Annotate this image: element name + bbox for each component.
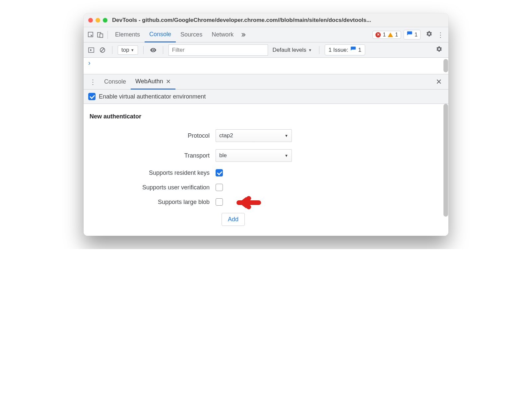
large-blob-label: Supports large blob <box>90 199 216 206</box>
sidebar-toggle-icon[interactable] <box>87 46 96 54</box>
context-label: top <box>121 47 129 53</box>
separator <box>163 46 163 54</box>
user-verification-row: Supports user verification <box>90 184 442 191</box>
drawer-close-icon[interactable]: ✕ <box>432 78 446 86</box>
context-selector[interactable]: top ▼ <box>118 45 138 55</box>
tab-console[interactable]: Console <box>145 28 176 42</box>
transport-row: Transport ble ▼ <box>90 149 442 162</box>
error-count: 1 <box>383 32 386 38</box>
protocol-value: ctap2 <box>219 132 233 139</box>
scrollbar-thumb[interactable] <box>443 104 448 217</box>
tab-network[interactable]: Network <box>207 27 238 42</box>
separator <box>143 46 144 54</box>
drawer-menu-icon[interactable]: ⋮ <box>86 78 100 86</box>
protocol-row: Protocol ctap2 ▼ <box>90 129 442 142</box>
separator <box>107 31 108 39</box>
caret-down-icon: ▼ <box>285 154 288 158</box>
issues-count: 1 <box>415 32 418 38</box>
drawer-tab-console[interactable]: Console <box>100 74 131 89</box>
close-window-button[interactable] <box>88 18 93 23</box>
issues-pill[interactable]: 1 Issue: 1 <box>325 44 365 55</box>
enable-virtual-auth-checkbox[interactable] <box>88 93 96 100</box>
large-blob-row: Supports large blob <box>90 198 442 206</box>
prompt-icon: › <box>88 59 91 67</box>
error-icon: ✕ <box>375 32 381 37</box>
console-toolbar: top ▼ Default levels ▼ 1 Issue: 1 <box>84 42 448 58</box>
levels-label: Default levels <box>273 47 306 53</box>
devtools-window: DevTools - github.com/GoogleChrome/devel… <box>84 13 448 236</box>
caret-down-icon: ▼ <box>285 134 288 138</box>
minimize-window-button[interactable] <box>96 18 100 23</box>
traffic-lights <box>88 18 107 23</box>
warning-icon <box>388 33 393 37</box>
resident-keys-row: Supports resident keys <box>90 169 442 176</box>
log-levels-selector[interactable]: Default levels ▼ <box>271 47 314 53</box>
main-tabstrip: Elements Console Sources Network ✕ 1 1 1… <box>84 27 448 42</box>
device-toggle-icon[interactable] <box>96 30 105 39</box>
tab-sources[interactable]: Sources <box>176 27 207 42</box>
more-menu-icon[interactable]: ⋮ <box>435 31 446 39</box>
issue-text: 1 Issue: <box>328 47 348 53</box>
console-settings-icon[interactable] <box>433 46 445 54</box>
transport-label: Transport <box>90 152 216 159</box>
svg-line-5 <box>101 48 104 52</box>
user-verification-label: Supports user verification <box>90 184 216 191</box>
drawer-tab-label: WebAuthn <box>135 78 163 85</box>
issue-count: 1 <box>358 47 361 53</box>
svg-rect-2 <box>100 34 103 37</box>
live-expression-icon[interactable] <box>149 46 158 54</box>
titlebar: DevTools - github.com/GoogleChrome/devel… <box>84 13 448 27</box>
more-tabs-chevron[interactable] <box>238 32 249 38</box>
webauthn-panel: New authenticator Protocol ctap2 ▼ Trans… <box>84 104 448 236</box>
error-warning-counter[interactable]: ✕ 1 1 <box>372 31 401 39</box>
zoom-window-button[interactable] <box>103 18 107 23</box>
protocol-select[interactable]: ctap2 ▼ <box>216 129 292 142</box>
clear-console-icon[interactable] <box>98 46 107 54</box>
resident-keys-checkbox[interactable] <box>216 169 223 176</box>
warning-count: 1 <box>395 32 398 38</box>
annotation-arrow-icon <box>235 194 262 212</box>
drawer-tabstrip: ⋮ Console WebAuthn ✕ ✕ <box>84 74 448 90</box>
enable-bar: Enable virtual authenticator environment <box>84 90 448 104</box>
protocol-label: Protocol <box>90 132 216 139</box>
transport-select[interactable]: ble ▼ <box>216 149 292 162</box>
close-icon[interactable]: ✕ <box>166 78 171 85</box>
caret-down-icon: ▼ <box>308 48 312 52</box>
user-verification-checkbox[interactable] <box>216 184 223 191</box>
add-button[interactable]: Add <box>222 213 245 226</box>
scrollbar-thumb[interactable] <box>443 59 448 72</box>
separator <box>319 46 319 54</box>
filter-input[interactable] <box>168 44 268 56</box>
inspect-icon[interactable] <box>86 30 96 39</box>
section-title: New authenticator <box>90 113 442 120</box>
large-blob-checkbox[interactable] <box>216 198 223 206</box>
issue-icon <box>407 31 413 38</box>
issue-icon <box>350 46 356 54</box>
transport-value: ble <box>219 152 227 159</box>
issues-counter[interactable]: 1 <box>404 30 421 39</box>
settings-icon[interactable] <box>423 31 435 39</box>
resident-keys-label: Supports resident keys <box>90 169 216 176</box>
drawer-tab-webauthn[interactable]: WebAuthn ✕ <box>131 75 175 90</box>
console-body[interactable]: › <box>84 58 448 74</box>
window-title: DevTools - github.com/GoogleChrome/devel… <box>112 17 371 24</box>
tab-elements[interactable]: Elements <box>110 27 145 42</box>
enable-label: Enable virtual authenticator environment <box>99 93 206 100</box>
caret-down-icon: ▼ <box>131 48 134 52</box>
separator <box>112 46 112 54</box>
